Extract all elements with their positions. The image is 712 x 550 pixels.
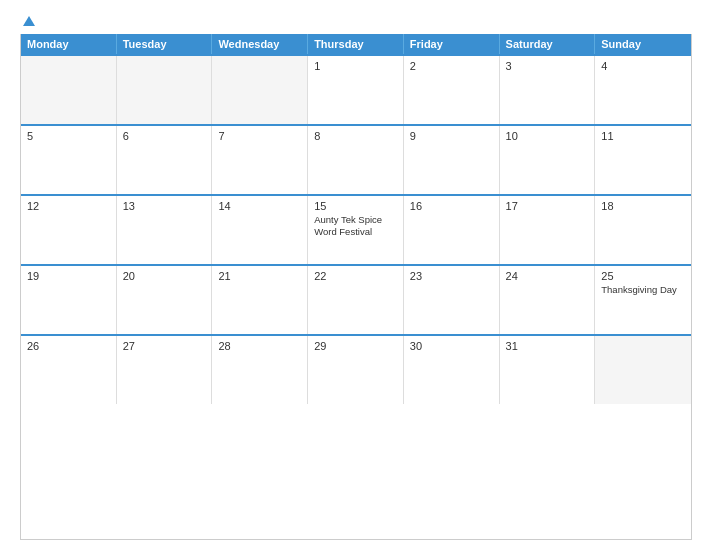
calendar-body: 123456789101112131415Aunty Tek Spice Wor… (21, 54, 691, 404)
calendar-cell: 6 (117, 126, 213, 194)
header-sunday: Sunday (595, 34, 691, 54)
calendar-cell: 27 (117, 336, 213, 404)
day-number: 8 (314, 130, 397, 142)
calendar-cell: 28 (212, 336, 308, 404)
header-tuesday: Tuesday (117, 34, 213, 54)
calendar-header-row: Monday Tuesday Wednesday Thursday Friday… (21, 34, 691, 54)
day-number: 29 (314, 340, 397, 352)
day-number: 12 (27, 200, 110, 212)
day-number: 9 (410, 130, 493, 142)
calendar-cell: 18 (595, 196, 691, 264)
calendar-cell: 26 (21, 336, 117, 404)
calendar-cell: 21 (212, 266, 308, 334)
day-number: 24 (506, 270, 589, 282)
day-number: 13 (123, 200, 206, 212)
header (20, 16, 692, 26)
calendar-cell: 19 (21, 266, 117, 334)
calendar-cell: 14 (212, 196, 308, 264)
header-wednesday: Wednesday (212, 34, 308, 54)
calendar-week-row: 567891011 (21, 124, 691, 194)
day-number: 4 (601, 60, 685, 72)
calendar-cell: 20 (117, 266, 213, 334)
calendar-cell (212, 56, 308, 124)
calendar-cell: 2 (404, 56, 500, 124)
calendar-cell: 5 (21, 126, 117, 194)
header-monday: Monday (21, 34, 117, 54)
day-number: 25 (601, 270, 685, 282)
calendar-cell: 9 (404, 126, 500, 194)
calendar-cell: 12 (21, 196, 117, 264)
day-number: 1 (314, 60, 397, 72)
calendar-cell: 31 (500, 336, 596, 404)
calendar-cell: 24 (500, 266, 596, 334)
calendar-cell: 1 (308, 56, 404, 124)
calendar-week-row: 262728293031 (21, 334, 691, 404)
day-number: 5 (27, 130, 110, 142)
day-number: 23 (410, 270, 493, 282)
calendar-cell: 22 (308, 266, 404, 334)
day-number: 26 (27, 340, 110, 352)
event-label: Aunty Tek Spice Word Festival (314, 214, 397, 239)
calendar-cell: 8 (308, 126, 404, 194)
day-number: 30 (410, 340, 493, 352)
calendar-cell: 3 (500, 56, 596, 124)
logo (20, 16, 35, 26)
calendar-cell: 25Thanksgiving Day (595, 266, 691, 334)
day-number: 28 (218, 340, 301, 352)
day-number: 11 (601, 130, 685, 142)
calendar-cell: 7 (212, 126, 308, 194)
calendar-week-row: 19202122232425Thanksgiving Day (21, 264, 691, 334)
day-number: 18 (601, 200, 685, 212)
calendar-cell: 29 (308, 336, 404, 404)
day-number: 27 (123, 340, 206, 352)
day-number: 6 (123, 130, 206, 142)
calendar-cell: 30 (404, 336, 500, 404)
event-label: Thanksgiving Day (601, 284, 685, 296)
day-number: 20 (123, 270, 206, 282)
calendar-week-row: 1234 (21, 54, 691, 124)
day-number: 22 (314, 270, 397, 282)
day-number: 7 (218, 130, 301, 142)
calendar-page: Monday Tuesday Wednesday Thursday Friday… (0, 0, 712, 550)
calendar-cell: 16 (404, 196, 500, 264)
calendar-cell: 4 (595, 56, 691, 124)
header-thursday: Thursday (308, 34, 404, 54)
day-number: 14 (218, 200, 301, 212)
day-number: 10 (506, 130, 589, 142)
calendar-cell (117, 56, 213, 124)
calendar-cell: 17 (500, 196, 596, 264)
calendar-cell: 13 (117, 196, 213, 264)
day-number: 31 (506, 340, 589, 352)
day-number: 19 (27, 270, 110, 282)
day-number: 21 (218, 270, 301, 282)
calendar-cell: 10 (500, 126, 596, 194)
day-number: 3 (506, 60, 589, 72)
logo-triangle-icon (23, 16, 35, 26)
header-saturday: Saturday (500, 34, 596, 54)
day-number: 15 (314, 200, 397, 212)
calendar-week-row: 12131415Aunty Tek Spice Word Festival161… (21, 194, 691, 264)
calendar-cell (595, 336, 691, 404)
day-number: 2 (410, 60, 493, 72)
day-number: 16 (410, 200, 493, 212)
calendar-cell: 15Aunty Tek Spice Word Festival (308, 196, 404, 264)
day-number: 17 (506, 200, 589, 212)
calendar-cell: 11 (595, 126, 691, 194)
calendar-grid: Monday Tuesday Wednesday Thursday Friday… (20, 34, 692, 540)
calendar-cell (21, 56, 117, 124)
calendar-cell: 23 (404, 266, 500, 334)
header-friday: Friday (404, 34, 500, 54)
